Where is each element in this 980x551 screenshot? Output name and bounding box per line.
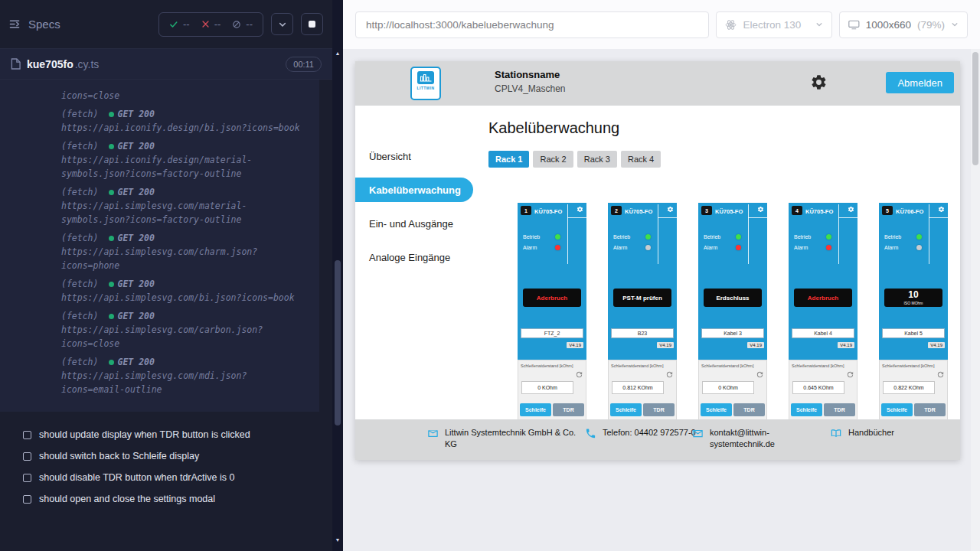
refresh-icon[interactable] <box>936 370 945 379</box>
firmware-version: V4.19 <box>928 342 945 348</box>
spec-bar: kue705fo .cy.ts 00:11 <box>0 49 332 80</box>
tdr-button[interactable]: TDR <box>553 403 584 416</box>
app-main: Kabelüberwachung Rack 1Rack 2Rack 3Rack … <box>473 106 960 419</box>
browser-selector[interactable]: Electron 130 <box>716 11 832 38</box>
specs-menu-icon[interactable] <box>9 18 21 30</box>
spec-name[interactable]: kue705fo <box>27 58 74 70</box>
tdr-button[interactable]: TDR <box>914 403 946 416</box>
footer-item-email[interactable]: Littwin Systemtechnik GmbH & Co. KG <box>427 427 583 450</box>
settings-gear-icon[interactable] <box>810 73 828 91</box>
scrollbar-thumb[interactable] <box>972 52 978 165</box>
schleife-button[interactable]: Schleife <box>791 403 822 416</box>
card-number-badge: 3 <box>701 206 712 215</box>
logout-button[interactable]: Abmelden <box>886 72 954 93</box>
scroll-down-icon[interactable]: ▼ <box>332 537 343 543</box>
test-item[interactable]: should switch back to Schleife display <box>23 445 325 467</box>
viewport-zoom: (79%) <box>917 19 945 31</box>
log-command-name: (fetch) <box>61 355 98 369</box>
cypress-panel: Specs -- -- -- <box>0 0 332 551</box>
tab-rack-3[interactable]: Rack 3 <box>577 151 617 168</box>
card-settings-icon[interactable] <box>757 206 764 213</box>
schleife-button[interactable]: Schleife <box>701 403 732 416</box>
divider <box>838 204 839 264</box>
log-status-text: GET 200 <box>117 231 154 245</box>
device-card: 3KÜ705-FOBetriebAlarmErdschlussKabel 3V4… <box>698 203 767 419</box>
cable-name-field[interactable]: Kabel 5 <box>882 328 945 338</box>
stop-button[interactable] <box>301 13 323 35</box>
url-input[interactable] <box>355 11 709 38</box>
mode-buttons: SchleifeTDR <box>520 403 584 416</box>
viewport-selector[interactable]: 1000x660 (79%) <box>839 11 968 38</box>
card-settings-icon[interactable] <box>848 206 854 213</box>
divider <box>929 217 948 218</box>
test-item[interactable]: should update display when TDR button is… <box>23 424 325 445</box>
device-card: 2KÜ705-FOBetriebAlarmPST-M prüfenB23V4.1… <box>608 203 677 419</box>
cable-name-field[interactable]: Kabel 3 <box>701 328 764 338</box>
refresh-icon[interactable] <box>756 370 764 379</box>
schleife-button[interactable]: Schleife <box>881 403 913 416</box>
log-entry[interactable]: (fetch)GET 200https://api.iconify.design… <box>61 107 309 135</box>
sidebar-item-übersicht[interactable]: Übersicht <box>355 144 473 168</box>
log-entry[interactable]: (fetch)GET 200https://api.simplesvg.com/… <box>61 231 309 272</box>
cable-name-field[interactable]: B23 <box>611 328 674 338</box>
sidebar-item-analoge-eingänge[interactable]: Analoge Eingänge <box>355 245 473 269</box>
test-item[interactable]: should disable TDR button when tdrActive… <box>23 467 325 488</box>
log-entry[interactable]: (fetch)GET 200https://api.simplesvg.com/… <box>61 355 309 396</box>
log-entry[interactable]: (fetch)GET 200https://api.simplesvg.com/… <box>61 277 309 305</box>
stat-pending: -- <box>232 18 253 30</box>
test-state-icon <box>23 474 31 482</box>
firmware-version: V4.19 <box>838 342 854 348</box>
status-display: Erdschluss <box>704 289 762 307</box>
cypress-scrollbar[interactable]: ▲ ▼ <box>332 0 343 551</box>
page-scrollbar[interactable] <box>971 49 980 551</box>
cable-name-field[interactable]: Kabel 4 <box>792 328 854 338</box>
schleife-button[interactable]: Schleife <box>520 403 551 416</box>
sidebar-item-ein-und-ausgänge[interactable]: Ein- und Ausgänge <box>355 211 473 236</box>
measurement-panel: Schleifenwiderstand [kOhm]0 KOhmSchleife… <box>698 360 767 419</box>
log-entry[interactable]: (fetch)GET 200https://api.iconify.design… <box>61 139 309 181</box>
refresh-icon[interactable] <box>846 370 854 379</box>
card-blue-section: 2KÜ705-FOBetriebAlarmPST-M prüfenB23V4.1… <box>608 203 677 360</box>
log-url: https://api.simplesvg.com/carbon.json?ic… <box>61 323 309 350</box>
station-info: Stationsname CPLV4_Maschen <box>495 69 566 94</box>
tab-rack-1[interactable]: Rack 1 <box>488 151 529 168</box>
divider <box>748 217 767 218</box>
measurement-value: 0.645 KOhm <box>792 381 844 394</box>
card-settings-icon[interactable] <box>938 206 945 213</box>
specs-label[interactable]: Specs <box>28 18 60 31</box>
card-settings-icon[interactable] <box>667 206 674 213</box>
spec-duration-badge: 00:11 <box>286 57 322 72</box>
success-dot-icon <box>109 190 114 195</box>
mail-icon <box>692 428 704 439</box>
tab-rack-4[interactable]: Rack 4 <box>621 151 661 168</box>
footer-item-mail[interactable]: kontakt@littwin-systemtechnik.de <box>692 427 794 450</box>
log-status: GET 200 <box>109 309 154 323</box>
refresh-icon[interactable] <box>575 370 583 379</box>
log-entry[interactable]: (fetch)GET 200https://api.simplesvg.com/… <box>61 185 309 227</box>
sidebar-item-kabelüberwachung[interactable]: Kabelüberwachung <box>355 178 473 202</box>
measurement-label: Schleifenwiderstand [kOhm] <box>792 364 844 368</box>
log-command-name: (fetch) <box>61 277 98 291</box>
card-number-badge: 5 <box>882 206 893 215</box>
measurement-label: Schleifenwiderstand [kOhm] <box>521 364 573 368</box>
card-model-label: KÜ706-FO <box>896 208 923 215</box>
refresh-icon[interactable] <box>665 370 674 379</box>
device-card: 4KÜ705-FOBetriebAlarmAderbruchKabel 4V4.… <box>789 203 858 419</box>
cable-name-field[interactable]: FTZ_2 <box>521 328 583 338</box>
log-url: https://api.simplesvg.com/material-symbo… <box>61 199 309 227</box>
scroll-up-icon[interactable]: ▲ <box>332 51 343 56</box>
scrollbar-thumb[interactable] <box>335 260 341 425</box>
tdr-button[interactable]: TDR <box>824 403 855 416</box>
tdr-button[interactable]: TDR <box>733 403 765 416</box>
test-item[interactable]: should open and close the settings modal <box>23 488 325 510</box>
footer-item-phone[interactable]: Telefon: 04402 972577-0 <box>585 427 696 439</box>
log-entry[interactable]: (fetch)GET 200https://api.simplesvg.com/… <box>61 309 309 350</box>
mode-buttons: SchleifeTDR <box>881 403 946 416</box>
schleife-button[interactable]: Schleife <box>610 403 642 416</box>
collapse-button[interactable] <box>271 13 293 35</box>
tdr-button[interactable]: TDR <box>643 403 675 416</box>
card-settings-icon[interactable] <box>577 206 583 213</box>
tab-rack-2[interactable]: Rack 2 <box>533 151 573 168</box>
cypress-header: Specs -- -- -- <box>0 0 332 49</box>
footer-item-book[interactable]: Handbücher <box>830 427 894 439</box>
